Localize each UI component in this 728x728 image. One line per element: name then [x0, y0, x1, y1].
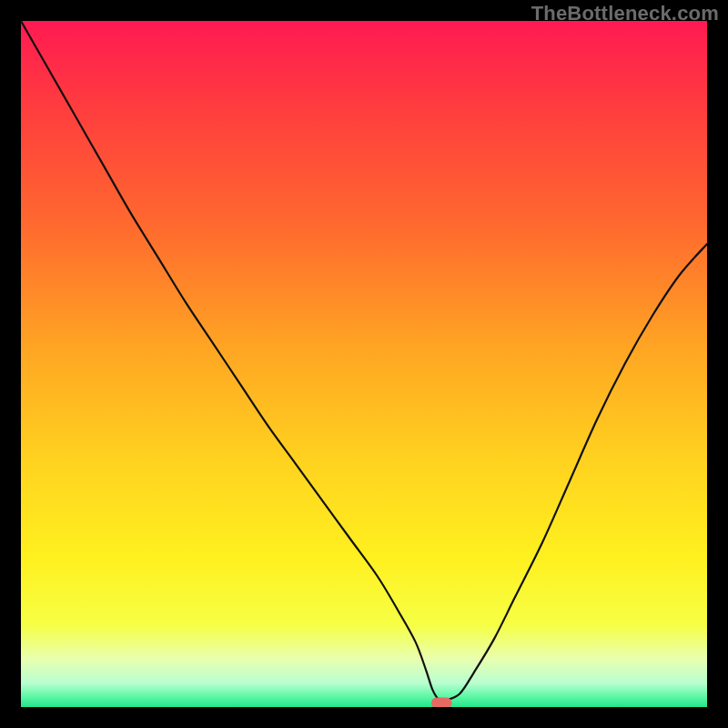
chart-frame [0, 21, 728, 728]
bottleneck-marker [431, 697, 452, 707]
bottleneck-chart [21, 21, 707, 707]
gradient-background [21, 21, 707, 707]
plot-area [21, 21, 707, 707]
